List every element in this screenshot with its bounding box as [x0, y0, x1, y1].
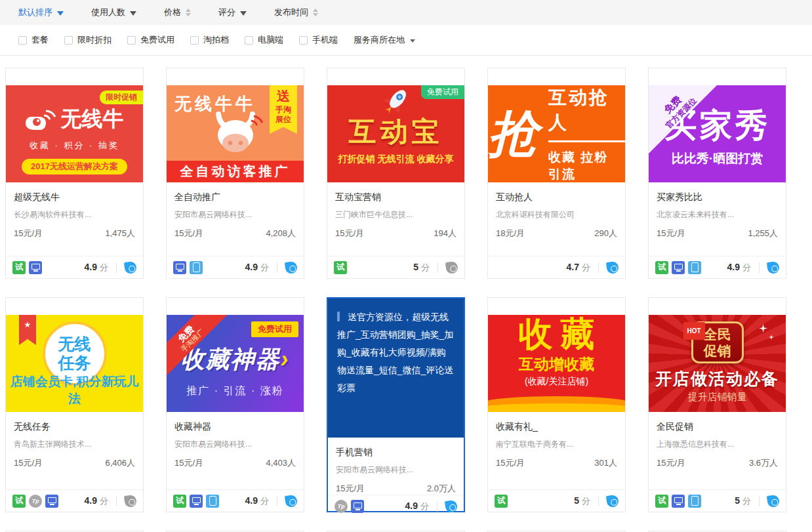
hot-tag: HOT: [683, 322, 705, 340]
product-banner[interactable]: 限时促销 无线牛 收藏 · 积分 · 抽奖 2017无线运营解决方案: [6, 85, 143, 182]
product-card[interactable]: ★ 无线 任务 店铺会员卡,积分新玩儿法 无线任务 青岛新主张网络技术... 1…: [5, 297, 144, 512]
trial-icon: 试: [495, 495, 508, 508]
product-banner[interactable]: 抢 互动抢人 收藏 拉粉 引流: [488, 85, 625, 182]
filter-package[interactable]: 套餐: [18, 34, 49, 46]
qiang-glyph: 抢: [488, 109, 538, 159]
mobile-icon: [190, 261, 203, 274]
company-name: 三门峡市巨牛信息技...: [335, 209, 457, 220]
wangwang-icon[interactable]: [767, 260, 780, 274]
product-banner[interactable]: 免费试用 互动宝 打折促销 无线引流 收藏分享: [327, 85, 464, 182]
platform-icons: 试: [655, 261, 701, 274]
price: 18元/月: [496, 228, 525, 239]
product-description-overlay[interactable]: 送官方资源位，超级无线推广_互动营销团购_抽奖_加购_收藏有礼大师视频/满购物送…: [328, 298, 464, 438]
platform-icons: 试: [334, 261, 347, 274]
wangwang-icon[interactable]: [124, 494, 137, 507]
product-title[interactable]: 收藏神器: [174, 421, 296, 433]
product-banner[interactable]: 免费 官方资源位 买家秀 比比秀·晒图打赏: [649, 85, 786, 182]
sort-both-icon: [186, 9, 191, 16]
rating-value: 4.9: [727, 262, 740, 272]
product-card[interactable]: HOT 全民 促销 开店做活动必备 提升店铺销量 全民促销 上海微悉信息科技有.…: [648, 297, 786, 512]
checkbox[interactable]: [299, 36, 308, 45]
filter-taopaidang[interactable]: 淘拍档: [190, 34, 229, 46]
platform-icons: [173, 261, 203, 274]
product-banner[interactable]: 免费 手淘推广 免费试用 收藏神器› 推广 · 引流 · 涨粉: [167, 315, 304, 412]
promo-badge: 限时促销: [100, 91, 143, 104]
filter-mobile[interactable]: 手机端: [299, 34, 338, 46]
user-count: 6,406人: [105, 457, 135, 469]
wangwang-icon[interactable]: [285, 260, 298, 274]
company-name: 北京科讴科技有限公司: [496, 209, 617, 220]
sort-price[interactable]: 价格: [164, 7, 191, 18]
product-card[interactable]: 限时促销 无线牛 收藏 · 积分 · 抽奖 2017无线运营解决方案 超级无线牛…: [5, 68, 144, 279]
platform-icons: 试Tp: [12, 495, 58, 508]
price: 15元/月: [336, 483, 365, 495]
filter-free-trial[interactable]: 免费试用: [127, 34, 174, 46]
wangwang-icon[interactable]: [606, 260, 619, 274]
rating: 4.9分: [85, 262, 108, 274]
sort-default[interactable]: 默认排序: [18, 7, 64, 18]
user-count: 4,403人: [266, 457, 296, 469]
checkbox[interactable]: [18, 36, 27, 45]
platform-icons: 试: [173, 495, 219, 508]
product-card[interactable]: 免费 手淘推广 免费试用 收藏神器› 推广 · 引流 · 涨粉 收藏神器 安阳市…: [166, 297, 304, 512]
company-name: 南宁互联电子商务有...: [496, 439, 617, 450]
pc-icon: [351, 500, 364, 513]
product-title[interactable]: 超级无线牛: [14, 192, 135, 203]
wangwang-icon[interactable]: [606, 494, 619, 507]
product-title[interactable]: 收藏有礼_: [496, 421, 617, 433]
trial-icon: 试: [12, 495, 26, 508]
user-count: 1,255人: [748, 228, 778, 239]
sort-publish-time[interactable]: 发布时间: [274, 7, 318, 18]
product-card[interactable]: 收藏 互动增收藏 (收藏/关注店铺) 收藏有礼_ 南宁互联电子商务有... 15…: [487, 297, 626, 512]
product-banner[interactable]: 收藏 互动增收藏 (收藏/关注店铺): [488, 315, 625, 412]
trial-icon: 试: [655, 261, 668, 274]
checkbox[interactable]: [127, 36, 136, 45]
trial-icon: 试: [12, 261, 26, 274]
product-card[interactable]: 无线牛牛 送 手淘展位 全自动访客推广 全自动推广 安阳市易云网络科技... 1…: [166, 68, 304, 279]
rating-value: 4.9: [245, 262, 258, 272]
pc-icon: [672, 261, 685, 274]
product-banner[interactable]: ★ 无线 任务 店铺会员卡,积分新玩儿法: [6, 315, 143, 412]
checkbox[interactable]: [64, 36, 73, 45]
product-banner[interactable]: 无线牛牛 送 手淘展位 全自动访客推广: [167, 85, 304, 182]
product-title[interactable]: 无线任务: [14, 421, 135, 433]
wangwang-icon[interactable]: [767, 494, 780, 507]
sparkle-icon: [759, 324, 767, 333]
wangwang-icon[interactable]: [445, 499, 458, 512]
sort-user-count[interactable]: 使用人数: [91, 7, 136, 18]
checkbox[interactable]: [245, 36, 253, 45]
provider-location-dropdown[interactable]: 服务商所在地: [354, 34, 415, 46]
product-title[interactable]: 手机营销: [336, 447, 456, 459]
bookmark-ribbon-icon: ★: [19, 315, 36, 345]
rocket-icon: [381, 88, 411, 115]
product-title[interactable]: 全民促销: [657, 421, 778, 433]
rating-value: 4.9: [85, 495, 97, 506]
company-name: 安阳市易云网络科技...: [174, 439, 296, 450]
product-card[interactable]: 抢 互动抢人 收藏 拉粉 引流 互动抢人 北京科讴科技有限公司 18元/月 29…: [487, 68, 626, 279]
sort-rating[interactable]: 评分: [218, 7, 247, 18]
wangwang-icon[interactable]: [124, 260, 137, 274]
checkbox[interactable]: [190, 36, 199, 45]
price: 15元/月: [174, 457, 203, 469]
filter-pc[interactable]: 电脑端: [245, 34, 283, 46]
product-title[interactable]: 互动抢人: [496, 192, 617, 203]
platform-icons: Tp: [335, 500, 364, 513]
platform-icons: 试: [12, 261, 42, 274]
rating: 4.9分: [727, 262, 751, 274]
rating: 4.9分: [245, 262, 269, 274]
filter-limited-discount[interactable]: 限时折扣: [64, 34, 112, 46]
wangwang-icon[interactable]: [445, 260, 458, 274]
rating: 5分: [574, 495, 590, 507]
price: 15元/月: [657, 457, 685, 469]
product-card-selected[interactable]: 送官方资源位，超级无线推广_互动营销团购_抽奖_加购_收藏有礼大师视频/满购物送…: [327, 297, 465, 512]
product-banner[interactable]: HOT 全民 促销 开店做活动必备 提升店铺销量: [649, 315, 786, 412]
product-title[interactable]: 全自动推广: [174, 192, 296, 203]
free-trial-badge: 免费试用: [421, 85, 464, 99]
wangwang-icon[interactable]: [285, 494, 298, 507]
rating: 5分: [413, 262, 430, 274]
user-count: 1,475人: [105, 228, 135, 239]
product-card[interactable]: 免费 官方资源位 买家秀 比比秀·晒图打赏 买家秀比比 北京凌云未来科技有...…: [648, 68, 786, 279]
product-title[interactable]: 互动宝营销: [335, 192, 457, 203]
product-title[interactable]: 买家秀比比: [657, 192, 778, 203]
product-card[interactable]: 免费试用 互动宝 打折促销 无线引流 收藏分享 互动宝营销 三门峡市巨牛信息技.…: [327, 68, 465, 279]
